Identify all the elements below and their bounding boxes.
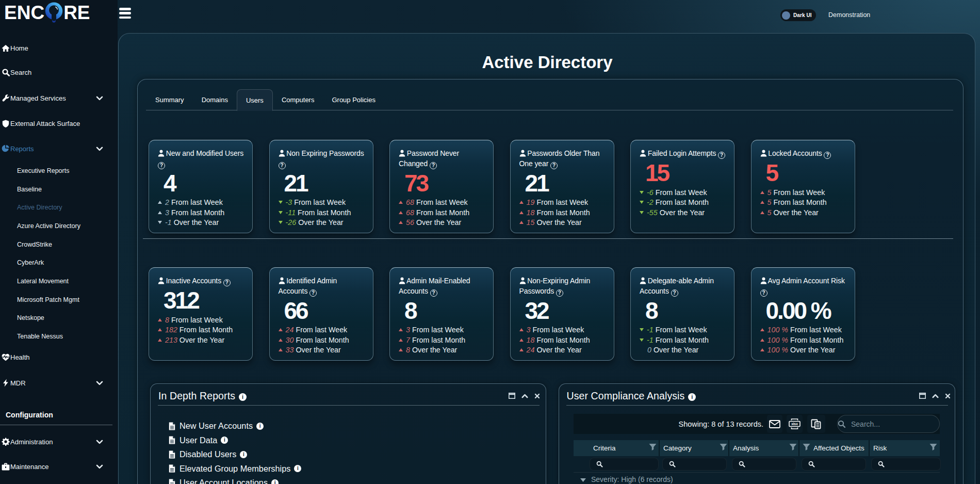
svg-text:xlsx: xlsx xyxy=(791,422,798,426)
